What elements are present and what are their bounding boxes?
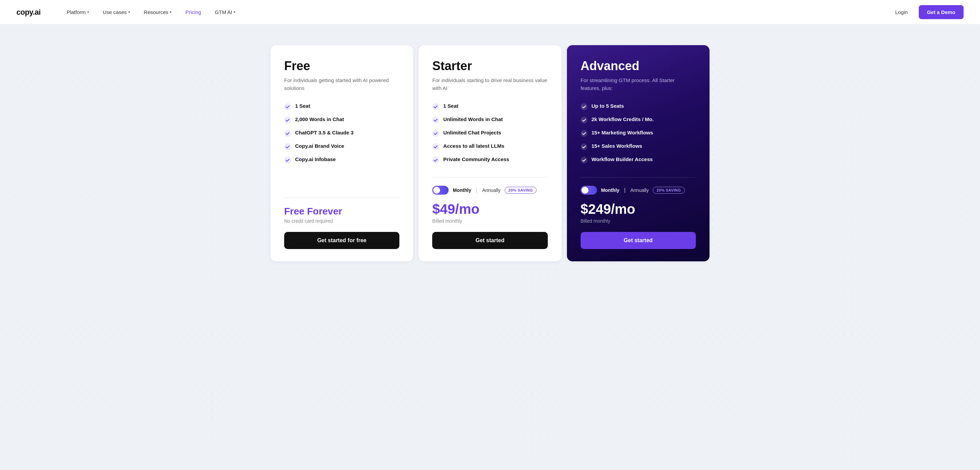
list-item: Copy.ai Brand Voice	[284, 143, 399, 150]
svg-point-12	[581, 130, 587, 137]
free-price-label: Free Forever	[284, 206, 399, 217]
starter-plan-desc: For individuals starting to drive real b…	[432, 76, 547, 92]
nav-actions: Login Get a Demo	[890, 5, 964, 19]
advanced-plan-card: Advanced For streamlining GTM process. A…	[567, 45, 710, 261]
card-divider	[284, 198, 399, 198]
billing-toggle-switch[interactable]	[432, 186, 449, 194]
login-button[interactable]: Login	[890, 6, 913, 18]
get-demo-button[interactable]: Get a Demo	[919, 5, 964, 19]
logo[interactable]: copy.ai	[16, 8, 41, 17]
nav-resources[interactable]: Resources ▾	[138, 6, 177, 18]
annually-label: Annually	[482, 188, 501, 193]
billing-toggle-switch[interactable]	[581, 186, 597, 194]
starter-features-list: 1 Seat Unlimited Words in Chat Unlimited…	[432, 103, 547, 164]
svg-point-11	[581, 117, 587, 123]
list-item: Workflow Builder Access	[581, 156, 696, 164]
navbar: copy.ai Platform ▾ Use cases ▾ Resources…	[0, 0, 980, 25]
check-icon	[432, 117, 439, 123]
list-item: Unlimited Chat Projects	[432, 130, 547, 137]
check-icon	[284, 157, 291, 164]
nav-gtmai[interactable]: GTM AI ▾	[209, 6, 241, 18]
svg-point-10	[581, 103, 587, 110]
check-icon	[432, 143, 439, 150]
svg-point-14	[581, 157, 587, 164]
check-icon	[284, 103, 291, 110]
advanced-billed-text: Billed monthly	[581, 218, 696, 224]
svg-point-13	[581, 143, 587, 150]
advanced-billing-toggle: Monthly | Annually 20% SAVING	[581, 186, 696, 194]
starter-billed-text: Billed monthly	[432, 218, 547, 224]
saving-badge: 20% SAVING	[505, 187, 536, 194]
chevron-down-icon: ▾	[128, 10, 130, 14]
check-icon	[432, 157, 439, 164]
list-item: 15+ Sales Workflows	[581, 143, 696, 150]
advanced-cta-button[interactable]: Get started	[581, 232, 696, 249]
list-item: 1 Seat	[284, 103, 399, 110]
svg-point-6	[432, 117, 439, 123]
starter-billing-toggle: Monthly | Annually 20% SAVING	[432, 186, 547, 194]
advanced-price: $249/mo	[581, 201, 696, 217]
starter-cta-button[interactable]: Get started	[432, 232, 547, 249]
advanced-features-list: Up to 5 Seats 2k Workflow Credits / Mo. …	[581, 103, 696, 164]
svg-point-1	[284, 117, 291, 123]
check-icon	[581, 143, 587, 150]
check-icon	[284, 143, 291, 150]
list-item: 2k Workflow Credits / Mo.	[581, 116, 696, 123]
check-icon	[581, 103, 587, 110]
list-item: Copy.ai Infobase	[284, 156, 399, 164]
svg-point-0	[284, 103, 291, 110]
free-features-list: 1 Seat 2,000 Words in Chat ChatGPT 3.5 &…	[284, 103, 399, 164]
toggle-knob	[582, 187, 589, 194]
svg-point-5	[432, 103, 439, 110]
toggle-knob	[433, 187, 440, 194]
advanced-plan-name: Advanced	[581, 59, 696, 73]
svg-point-2	[284, 130, 291, 137]
check-icon	[432, 130, 439, 137]
list-item: Up to 5 Seats	[581, 103, 696, 110]
svg-point-8	[432, 143, 439, 150]
list-item: Private Community Access	[432, 156, 547, 164]
check-icon	[581, 117, 587, 123]
free-sub-label: No credit card required	[284, 218, 399, 224]
chevron-down-icon: ▾	[170, 10, 172, 14]
pricing-page: Free For individuals getting started wit…	[0, 25, 980, 470]
pricing-grid: Free For individuals getting started wit…	[268, 45, 712, 261]
list-item: 1 Seat	[432, 103, 547, 110]
list-item: 2,000 Words in Chat	[284, 116, 399, 123]
monthly-label: Monthly	[453, 188, 471, 193]
saving-badge: 20% SAVING	[653, 187, 684, 194]
svg-point-3	[284, 143, 291, 150]
nav-usecases[interactable]: Use cases ▾	[97, 6, 136, 18]
svg-point-9	[432, 157, 439, 164]
free-plan-name: Free	[284, 59, 399, 73]
list-item: Unlimited Words in Chat	[432, 116, 547, 123]
check-icon	[581, 130, 587, 137]
check-icon	[432, 103, 439, 110]
starter-plan-card: Starter For individuals starting to driv…	[418, 45, 561, 261]
check-icon	[581, 157, 587, 164]
list-item: Access to all latest LLMs	[432, 143, 547, 150]
svg-point-7	[432, 130, 439, 137]
starter-plan-name: Starter	[432, 59, 547, 73]
list-item: 15+ Marketing Workflows	[581, 130, 696, 137]
check-icon	[284, 130, 291, 137]
monthly-label: Monthly	[601, 188, 620, 193]
free-plan-desc: For individuals getting started with AI …	[284, 76, 399, 92]
chevron-down-icon: ▾	[87, 10, 89, 14]
nav-pricing[interactable]: Pricing	[180, 6, 207, 18]
starter-price: $49/mo	[432, 201, 547, 217]
chevron-down-icon: ▾	[234, 10, 235, 14]
advanced-plan-desc: For streamlining GTM process. All Starte…	[581, 76, 696, 92]
annually-label: Annually	[630, 188, 649, 193]
svg-point-4	[284, 157, 291, 164]
check-icon	[284, 117, 291, 123]
free-cta-button[interactable]: Get started for free	[284, 232, 399, 249]
nav-links: Platform ▾ Use cases ▾ Resources ▾ Prici…	[61, 6, 890, 18]
list-item: ChatGPT 3.5 & Claude 3	[284, 130, 399, 137]
nav-platform[interactable]: Platform ▾	[61, 6, 95, 18]
free-plan-card: Free For individuals getting started wit…	[270, 45, 413, 261]
